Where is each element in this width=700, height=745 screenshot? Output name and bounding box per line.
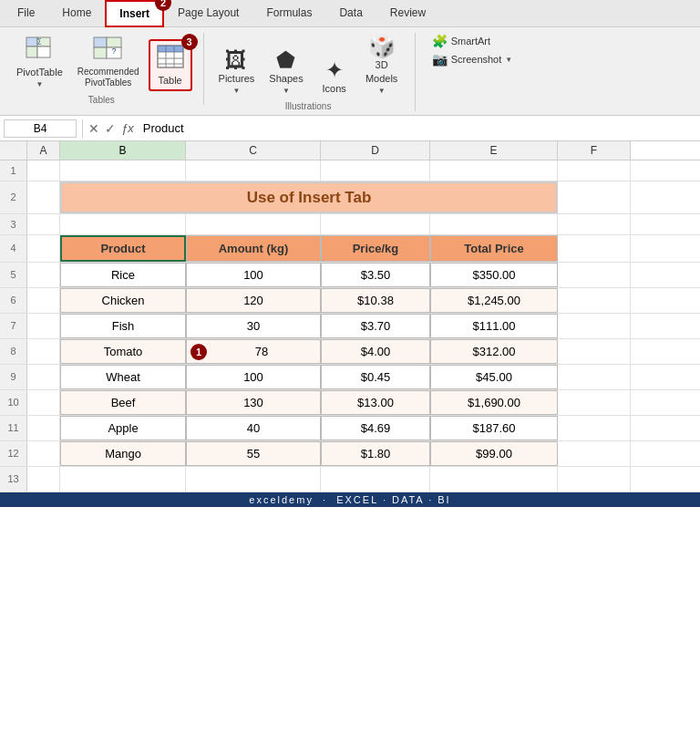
- tab-file[interactable]: File: [4, 0, 48, 27]
- cell-d1[interactable]: [321, 160, 430, 181]
- fx-icon[interactable]: ƒx: [121, 121, 134, 135]
- cell-c7[interactable]: 30: [186, 314, 321, 338]
- shapes-dropdown[interactable]: ▼: [283, 87, 290, 95]
- cancel-formula-icon[interactable]: ✕: [88, 121, 99, 136]
- screenshot-dropdown[interactable]: ▼: [505, 56, 512, 64]
- col-header-a[interactable]: A: [27, 141, 60, 160]
- cell-a11[interactable]: [27, 416, 60, 440]
- cell-f3[interactable]: [558, 214, 631, 234]
- cell-b6[interactable]: Chicken: [60, 288, 186, 313]
- cell-c6[interactable]: 120: [186, 288, 321, 313]
- cell-f1[interactable]: [558, 160, 631, 181]
- cell-a2[interactable]: [27, 181, 60, 213]
- cell-c13[interactable]: [186, 467, 321, 491]
- cell-c5[interactable]: 100: [186, 263, 321, 287]
- cell-b13[interactable]: [60, 467, 186, 491]
- screenshot-button[interactable]: 📷 Screenshot ▼: [428, 51, 517, 67]
- cell-f5[interactable]: [558, 263, 631, 287]
- cell-e5[interactable]: $350.00: [430, 263, 558, 287]
- cell-d11[interactable]: $4.69: [321, 416, 430, 440]
- col-header-b[interactable]: B: [60, 141, 186, 160]
- cell-a5[interactable]: [27, 263, 60, 287]
- cell-b11[interactable]: Apple: [60, 416, 186, 440]
- tab-review[interactable]: Review: [376, 0, 439, 27]
- cell-a8[interactable]: [27, 339, 60, 364]
- tab-insert[interactable]: Insert 2: [105, 0, 164, 27]
- cell-d13[interactable]: [321, 467, 430, 491]
- cell-c11[interactable]: 40: [186, 416, 321, 440]
- cell-e9[interactable]: $45.00: [430, 365, 558, 389]
- cell-f2[interactable]: [558, 181, 631, 213]
- cell-a4[interactable]: [27, 235, 60, 262]
- formula-input[interactable]: Product: [138, 119, 696, 137]
- pivot-table-button[interactable]: ∑ PivotTable ▼: [11, 33, 68, 91]
- cell-a10[interactable]: [27, 390, 60, 415]
- cell-b10[interactable]: Beef: [60, 390, 186, 415]
- cell-d6[interactable]: $10.38: [321, 288, 430, 313]
- cell-f9[interactable]: [558, 365, 631, 389]
- pictures-button[interactable]: 🖼 Pictures ▼: [213, 47, 261, 98]
- cell-e7[interactable]: $111.00: [430, 314, 558, 338]
- cell-f10[interactable]: [558, 390, 631, 415]
- cell-d3[interactable]: [321, 214, 430, 234]
- cell-e13[interactable]: [430, 467, 558, 491]
- cell-a6[interactable]: [27, 288, 60, 313]
- cell-f11[interactable]: [558, 416, 631, 440]
- cell-f8[interactable]: [558, 339, 631, 364]
- cell-a13[interactable]: [27, 467, 60, 491]
- cell-e11[interactable]: $187.60: [430, 416, 558, 440]
- cell-b7[interactable]: Fish: [60, 314, 186, 338]
- smartart-button[interactable]: 🧩 SmartArt: [428, 33, 517, 49]
- cell-c10[interactable]: 130: [186, 390, 321, 415]
- cell-b8[interactable]: Tomato: [60, 339, 186, 364]
- shapes-button[interactable]: ⬟ Shapes ▼: [263, 47, 308, 98]
- cell-c8[interactable]: 1 78: [186, 339, 321, 364]
- cell-d12[interactable]: $1.80: [321, 441, 430, 466]
- cell-f13[interactable]: [558, 467, 631, 491]
- cell-e10[interactable]: $1,690.00: [430, 390, 558, 415]
- cell-a3[interactable]: [27, 214, 60, 234]
- cell-f7[interactable]: [558, 314, 631, 338]
- cell-d7[interactable]: $3.70: [321, 314, 430, 338]
- cell-f12[interactable]: [558, 441, 631, 466]
- confirm-formula-icon[interactable]: ✓: [105, 121, 116, 136]
- cell-c9[interactable]: 100: [186, 365, 321, 389]
- cell-c1[interactable]: [186, 160, 321, 181]
- cell-e8[interactable]: $312.00: [430, 339, 558, 364]
- tab-formulas[interactable]: Formulas: [252, 0, 325, 27]
- cell-e6[interactable]: $1,245.00: [430, 288, 558, 313]
- cell-d10[interactable]: $13.00: [321, 390, 430, 415]
- cell-reference-box[interactable]: B4: [4, 119, 77, 138]
- title-cell[interactable]: Use of Insert Tab: [60, 181, 558, 213]
- cell-e4-total[interactable]: Total Price: [430, 235, 558, 262]
- cell-c4-amount[interactable]: Amount (kg): [186, 235, 321, 262]
- cell-a9[interactable]: [27, 365, 60, 389]
- cell-d9[interactable]: $0.45: [321, 365, 430, 389]
- recommended-pivot-button[interactable]: ? RecommendedPivotTables: [72, 33, 145, 91]
- cell-b1[interactable]: [60, 160, 186, 181]
- cell-d5[interactable]: $3.50: [321, 263, 430, 287]
- table-button[interactable]: 3 Table: [149, 39, 192, 91]
- cell-c12[interactable]: 55: [186, 441, 321, 466]
- icons-button[interactable]: ✦ Icons: [313, 57, 356, 98]
- pivot-table-dropdown[interactable]: ▼: [36, 80, 43, 88]
- 3d-models-dropdown[interactable]: ▼: [378, 87, 386, 95]
- cell-b9[interactable]: Wheat: [60, 365, 186, 389]
- col-header-e[interactable]: E: [430, 141, 558, 160]
- col-header-c[interactable]: C: [186, 141, 321, 160]
- cell-e3[interactable]: [430, 214, 558, 234]
- cell-d4-price[interactable]: Price/kg: [321, 235, 430, 262]
- cell-e1[interactable]: [430, 160, 558, 181]
- cell-d8[interactable]: $4.00: [321, 339, 430, 364]
- cell-b5[interactable]: Rice: [60, 263, 186, 287]
- cell-b4-product[interactable]: Product: [60, 235, 186, 262]
- cell-e12[interactable]: $99.00: [430, 441, 558, 466]
- tab-page-layout[interactable]: Page Layout: [164, 0, 252, 27]
- cell-a1[interactable]: [27, 160, 60, 181]
- tab-home[interactable]: Home: [48, 0, 105, 27]
- cell-a7[interactable]: [27, 314, 60, 338]
- cell-b12[interactable]: Mango: [60, 441, 186, 466]
- 3d-models-button[interactable]: 🎲 3D Models ▼: [360, 33, 404, 98]
- tab-data[interactable]: Data: [325, 0, 376, 27]
- col-header-d[interactable]: D: [321, 141, 430, 160]
